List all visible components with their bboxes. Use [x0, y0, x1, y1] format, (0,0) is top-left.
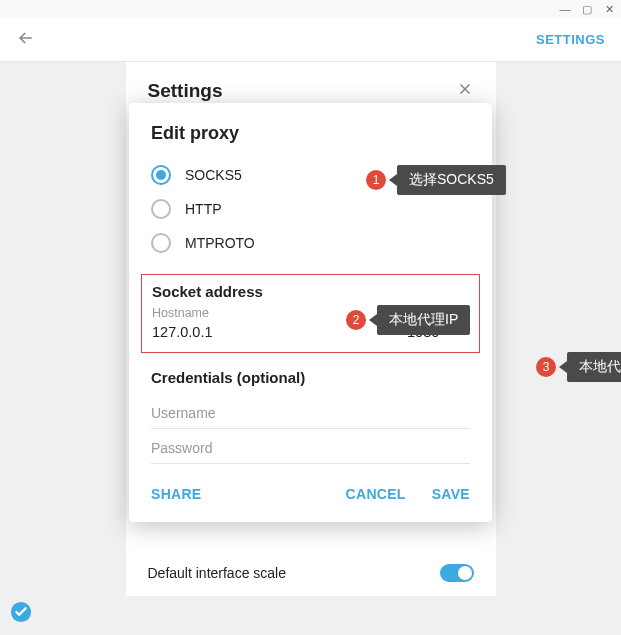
- interface-scale-label: Default interface scale: [148, 565, 440, 581]
- callout-badge-1: 1: [366, 170, 386, 190]
- interface-scale-row: Default interface scale: [126, 550, 496, 596]
- cancel-button[interactable]: CANCEL: [346, 486, 406, 502]
- radio-label-mtproto: MTPROTO: [185, 235, 255, 251]
- callout-2: 2 本地代理IP: [346, 305, 470, 335]
- radio-icon: [151, 199, 171, 219]
- close-icon[interactable]: [456, 80, 474, 102]
- radio-label-http: HTTP: [185, 201, 222, 217]
- share-button[interactable]: SHARE: [151, 486, 202, 502]
- radio-icon: [151, 165, 171, 185]
- radio-http[interactable]: HTTP: [129, 192, 492, 226]
- callout-arrow-icon: [559, 361, 567, 373]
- back-arrow-icon[interactable]: [16, 28, 36, 52]
- callout-badge-2: 2: [346, 310, 366, 330]
- username-input[interactable]: [151, 405, 470, 421]
- credentials-title: Credentials (optional): [129, 363, 492, 394]
- callout-arrow-icon: [369, 314, 377, 326]
- password-field[interactable]: [151, 429, 470, 464]
- maximize-icon[interactable]: ▢: [581, 3, 593, 15]
- socket-address-title: Socket address: [152, 283, 469, 300]
- close-window-icon[interactable]: ✕: [603, 3, 615, 15]
- callout-1: 1 选择SOCKS5: [366, 165, 506, 195]
- settings-link[interactable]: SETTINGS: [536, 32, 605, 47]
- radio-label-socks5: SOCKS5: [185, 167, 242, 183]
- minimize-icon[interactable]: —: [559, 3, 571, 15]
- radio-mtproto[interactable]: MTPROTO: [129, 226, 492, 260]
- window-titlebar: — ▢ ✕: [0, 0, 621, 18]
- username-field[interactable]: [151, 394, 470, 429]
- dialog-title: Edit proxy: [129, 123, 492, 158]
- callout-arrow-icon: [389, 174, 397, 186]
- top-toolbar: SETTINGS: [0, 18, 621, 62]
- password-input[interactable]: [151, 440, 470, 456]
- panel-title: Settings: [148, 80, 456, 102]
- radio-icon: [151, 233, 171, 253]
- save-button[interactable]: SAVE: [432, 486, 470, 502]
- callout-tip-3: 本地代理默认端口: [567, 352, 621, 382]
- verified-badge-icon: [10, 601, 32, 623]
- callout-badge-3: 3: [536, 357, 556, 377]
- interface-scale-toggle[interactable]: [440, 564, 474, 582]
- callout-tip-1: 选择SOCKS5: [397, 165, 506, 195]
- dialog-actions: SHARE CANCEL SAVE: [129, 464, 492, 508]
- callout-tip-2: 本地代理IP: [377, 305, 470, 335]
- callout-3: 3 本地代理默认端口: [536, 352, 621, 382]
